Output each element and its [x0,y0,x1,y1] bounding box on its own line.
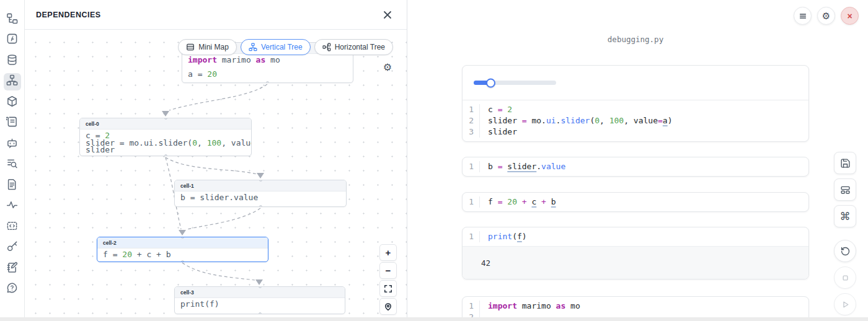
stop-button[interactable] [834,266,856,289]
graph-node-cell-1[interactable]: cell-1 b = slider.value [174,180,347,207]
run-button[interactable] [834,293,856,315]
sidebar-item-scratchpad[interactable] [4,260,21,277]
close-panel-button[interactable] [381,8,394,22]
bottom-scrollbar-strip[interactable] [0,317,868,321]
marimo-app: DEPENDENCIES [0,0,868,321]
rows-icon [186,43,195,51]
save-button[interactable] [834,152,856,174]
settings-button[interactable]: ⚙ [817,7,835,25]
undo-button[interactable] [834,240,856,262]
save-icon [840,158,851,169]
locate-node-button[interactable] [379,298,397,315]
scroll-icon [6,116,18,130]
sidebar-item-ai-chat[interactable] [4,135,21,152]
keyboard-shortcuts-button[interactable]: ⌘ [834,205,856,227]
slider-thumb[interactable] [486,78,495,87]
map-pin-icon [384,302,392,311]
notebook-action-rail: ⌘ [834,152,856,315]
dependency-graph-icon [6,74,18,89]
package-icon [6,95,18,110]
notebook-cell-print[interactable]: 1print(f) 42 [462,227,809,279]
layout-icon [840,185,851,195]
snippets-icon [6,220,18,234]
node-handle [164,154,167,156]
graph-node-cell-3[interactable]: cell-3 print(f) [174,286,345,314]
stop-icon [840,273,851,283]
help-icon [6,282,18,296]
variables-icon [6,33,18,47]
node-title: cell-2 [97,237,268,248]
sidebar-item-secrets[interactable] [4,239,21,257]
dependencies-header: DEPENDENCIES [25,0,407,30]
node-code: b = slider.value [175,191,346,204]
cell-output-text: 42 [463,246,808,279]
notebook-filename: debugging.py [462,35,809,44]
key-icon [6,240,18,255]
command-icon: ⌘ [840,211,851,222]
menu-icon [799,12,807,20]
gear-icon: ⚙ [822,11,830,20]
graph-view-toolbar: Mini Map Vertical Tree Horizontal Tree [178,39,393,55]
zoom-controls: + − [379,244,397,315]
graph-settings-gear-icon[interactable]: ⚙ [383,63,392,73]
sidebar-item-dependencies[interactable] [4,73,21,90]
notebook-cell-b[interactable]: 1b = slider.value [462,157,809,177]
sidebar-item-help[interactable] [4,281,21,298]
sidebar-item-documentation[interactable] [4,177,21,194]
fullscreen-icon [384,284,392,293]
shutdown-button[interactable]: × [841,7,859,25]
horizontal-tree-label: Horizontal Tree [335,43,385,51]
node-code: import marimo as mo a = 20 [182,54,353,81]
fit-view-button[interactable] [379,280,397,297]
notebook-cell-slider[interactable]: 1c = 22slider = mo.ui.slider(0, 100, val… [462,65,809,142]
dependencies-panel: DEPENDENCIES [25,0,407,321]
slider-widget[interactable] [474,81,556,85]
node-handle [266,81,269,83]
node-handle [181,260,184,262]
sidebar-item-datasources[interactable] [4,52,21,69]
horizontal-tree-button[interactable]: Horizontal Tree [314,39,393,55]
graph-node-cell-0[interactable]: cell-0 c = 2slider = mo.ui.slider(0, 100… [79,118,252,156]
document-icon [6,178,18,193]
notebook-pen-icon [6,262,18,276]
node-handle [259,180,262,182]
zoom-out-button[interactable]: − [379,262,397,279]
close-icon: × [847,11,852,21]
sidebar-item-variables[interactable] [4,32,21,49]
cell-code[interactable]: 1print(f) [463,227,808,246]
chat-bot-icon [6,137,18,151]
vertical-tree-icon [249,43,257,51]
graph-node-cell-2-selected[interactable]: cell-2 f = 20 + c + b [97,237,268,262]
sidebar-item-logs[interactable] [4,115,21,132]
list-search-icon [6,157,18,172]
node-handle [164,118,167,120]
sidebar-item-file-explorer[interactable] [4,11,21,28]
cell-code[interactable]: 1f = 20 + c + b [463,193,808,211]
activity-icon [6,199,18,213]
node-handle [259,205,262,207]
node-title: cell-3 [175,287,345,298]
sidebar-item-search[interactable] [4,156,21,174]
sidebar-item-tracing[interactable] [4,198,21,215]
play-icon [840,299,851,310]
cell-code[interactable]: 1b = slider.value [463,157,808,176]
cell-code[interactable]: 1c = 22slider = mo.ui.slider(0, 100, val… [463,100,808,141]
notebook-cell-f[interactable]: 1f = 20 + c + b [462,192,809,212]
vertical-tree-button[interactable]: Vertical Tree [241,39,311,55]
node-code: f = 20 + c + b [97,248,268,261]
file-tree-icon [6,12,18,27]
layout-button[interactable] [834,178,856,201]
vertical-tree-label: Vertical Tree [261,43,303,51]
sidebar-item-snippets[interactable] [4,218,21,235]
dependency-graph-canvas[interactable]: cell-4 import marimo as mo a = 20 cell-0… [25,30,407,321]
notebook-panel: ⚙ × debugging.py 1c = 22slider = mo.ui.s… [407,0,868,321]
sidebar-item-packages[interactable] [4,94,21,111]
cell-output-area [463,66,808,100]
close-icon [383,11,392,19]
database-icon [6,54,18,68]
zoom-in-button[interactable]: + [379,244,397,261]
minimap-button[interactable]: Mini Map [178,39,237,55]
menu-button[interactable] [794,7,812,25]
node-code: print(f) [175,298,345,310]
panel-title: DEPENDENCIES [36,11,101,19]
